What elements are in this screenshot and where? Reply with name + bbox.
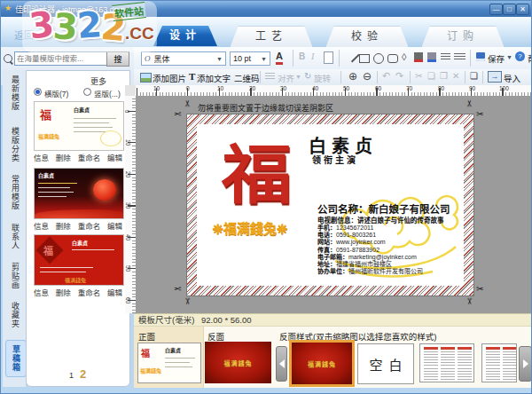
action-delete[interactable]: 删除 <box>56 287 71 297</box>
sidebar-tab-categories[interactable]: 模版分类 <box>5 125 25 164</box>
paste-button[interactable]: ❐ <box>440 71 448 81</box>
search-input[interactable] <box>14 51 107 66</box>
line-tool-icon[interactable] <box>351 54 360 63</box>
action-info[interactable]: 信息 <box>34 220 49 231</box>
card-series-line[interactable]: 电视剧信息：讲述白娘子与许仙的传奇故事 <box>317 215 444 225</box>
undo-button[interactable]: ↶ <box>382 70 390 82</box>
align-icon <box>265 73 275 81</box>
action-edit[interactable]: 编辑 <box>107 152 122 162</box>
import-button[interactable]: 导入 <box>504 72 520 84</box>
ellipse-tool-icon[interactable] <box>373 53 384 64</box>
scissor-icon: ✂ <box>465 99 474 106</box>
save-dropdown-icon[interactable]: ▼ <box>506 54 512 60</box>
scroll-right-button[interactable] <box>519 346 532 382</box>
rotate-button[interactable]: 旋转 <box>314 72 331 84</box>
align-button[interactable]: 对齐 <box>278 72 294 84</box>
stroke-color-icon[interactable] <box>427 52 436 62</box>
back-banner-text: 福满錢兔 <box>308 359 336 368</box>
rounded-rect-tool-icon[interactable] <box>387 54 398 63</box>
front-label: 正面 <box>138 330 155 343</box>
page-number-1[interactable]: 1 <box>69 371 74 380</box>
action-rename[interactable]: 重命名 <box>78 152 101 162</box>
paragraph-spacing-icon[interactable] <box>454 53 466 61</box>
template-thumb-red-fu[interactable]: 福 白素贞 福满錢兔 <box>34 234 124 286</box>
save-button[interactable]: 保存 <box>488 52 505 65</box>
tab-order[interactable]: 订购 <box>421 26 505 48</box>
zoom-in-button[interactable]: ⊕ <box>348 70 357 83</box>
sidebar-tab-favorites[interactable]: 收藏夹 <box>5 299 25 331</box>
font-style-icon: O <box>145 54 151 63</box>
action-delete[interactable]: 删除 <box>56 220 71 231</box>
import-icon: → <box>488 71 502 83</box>
thumb-name: 白素贞 <box>72 239 88 247</box>
scissor-icon: ✂ <box>174 109 181 119</box>
italic-button[interactable]: I <box>311 51 314 61</box>
add-text-button[interactable]: 添加文字 <box>197 72 231 84</box>
page-properties-icon[interactable] <box>324 51 333 64</box>
sidebar-tab-contacts[interactable]: 联系人 <box>5 221 25 253</box>
line-spacing-icon[interactable] <box>441 53 450 61</box>
action-rename[interactable]: 重命名 <box>78 287 101 297</box>
thumb-name: 白素贞 <box>74 106 90 114</box>
radio-horizontal[interactable] <box>34 88 42 96</box>
radio-vertical[interactable] <box>83 88 91 96</box>
thumb-name: 白素贞 <box>38 171 54 179</box>
rectangle-tool-icon[interactable] <box>359 54 370 63</box>
action-rename[interactable]: 重命名 <box>78 220 101 231</box>
card-subtitle[interactable]: 领衔主演 <box>312 153 358 166</box>
template-thumb-white[interactable]: 福 福满錢兔 白素贞 <box>34 101 124 151</box>
tab-check[interactable]: 校验 <box>325 26 409 48</box>
card-company-line[interactable]: 公司名称：新白娘子有限公司 <box>317 201 450 216</box>
field-fax: 传真：0591-87883902 <box>317 247 423 254</box>
fill-color-icon[interactable] <box>414 52 423 62</box>
font-family-select[interactable]: O 黑体 ▼ <box>141 51 226 66</box>
sidebar-tab-common[interactable]: 常用模版 <box>5 173 25 212</box>
radio-horizontal-label[interactable]: 横版(7) <box>44 88 68 98</box>
back-style-option-calendar-2[interactable] <box>481 343 517 382</box>
template-thumb-lantern[interactable]: 白素贞 <box>34 168 124 219</box>
add-image-button[interactable]: 添加图片 <box>153 72 186 84</box>
search-button[interactable]: 搜 <box>106 51 129 67</box>
scroll-left-button[interactable] <box>276 346 287 382</box>
help-button[interactable]: 帮助 <box>528 52 532 65</box>
template-size-value: 92.00 * 56.00 <box>201 315 252 325</box>
field-mobile: 手机：12345672011 <box>317 225 423 232</box>
back-style-option-calendar-1[interactable] <box>419 343 474 382</box>
back-thumbnail[interactable]: 福满錢兔 <box>205 342 271 383</box>
design-canvas[interactable]: 勿将重要图文置于边缘裁切误差阴影区 ✂ ✂ ✂ ✂ ✂ ✂ ✂ ✂ <box>136 96 532 313</box>
action-info[interactable]: 信息 <box>34 287 49 297</box>
business-card[interactable]: 福 ❈福满錢兔❈ 白素贞 领衔主演 公司名称：新白娘子有限公司 电视剧信息：讲述… <box>197 124 464 286</box>
bold-button[interactable]: B <box>299 51 305 61</box>
copy-button[interactable]: ❏ <box>427 71 435 81</box>
front-thumbnail[interactable]: 福 福满錢兔 白素贞 <box>137 343 201 383</box>
sidebar-tab-clipart[interactable]: 剪贴画 <box>5 260 25 292</box>
sidebar-tab-latest[interactable]: 最新模版 <box>5 74 25 113</box>
font-color-button[interactable]: A <box>276 51 283 65</box>
pen-tool-icon[interactable]: ◊ <box>402 51 406 62</box>
minimize-button[interactable]: — <box>489 4 503 15</box>
back-style-option-red-selected[interactable]: 福满錢兔 <box>289 340 355 387</box>
scissor-icon: ✂ <box>476 284 483 294</box>
more-link[interactable]: 更多 <box>90 75 106 87</box>
maximize-button[interactable]: □ <box>503 4 516 15</box>
font-size-select[interactable]: 10 pt ▼ <box>230 51 270 66</box>
qrcode-button[interactable]: 二维码 <box>234 72 260 84</box>
page-number-2-current[interactable]: 2 <box>80 367 86 381</box>
card-contact-fields[interactable]: 手机：12345672011 电话：0591-8003261 网站：www.jo… <box>317 225 423 275</box>
action-info[interactable]: 信息 <box>34 152 49 162</box>
action-edit[interactable]: 编辑 <box>107 287 122 297</box>
redo-button[interactable]: ↷ <box>395 70 403 82</box>
tab-craft[interactable]: 工艺 <box>230 26 313 48</box>
sidebar-tab-drafts[interactable]: 草稿箱 <box>5 340 27 377</box>
cut-button[interactable]: ✂ <box>415 71 422 81</box>
new-page-button[interactable]: ❏ <box>470 71 478 81</box>
back-style-option-blank[interactable]: 空白 <box>357 343 414 384</box>
delete-button[interactable]: ✕ <box>452 71 459 81</box>
app-logo-icon: ★ <box>4 4 12 12</box>
action-delete[interactable]: 删除 <box>56 152 71 162</box>
tab-design[interactable]: 设计 <box>153 26 217 46</box>
zoom-out-button[interactable]: ⊖ <box>363 70 372 83</box>
close-button[interactable]: ✕ <box>516 4 529 15</box>
action-edit[interactable]: 编辑 <box>107 220 122 231</box>
radio-vertical-label[interactable]: 竖版(...) <box>94 88 121 98</box>
